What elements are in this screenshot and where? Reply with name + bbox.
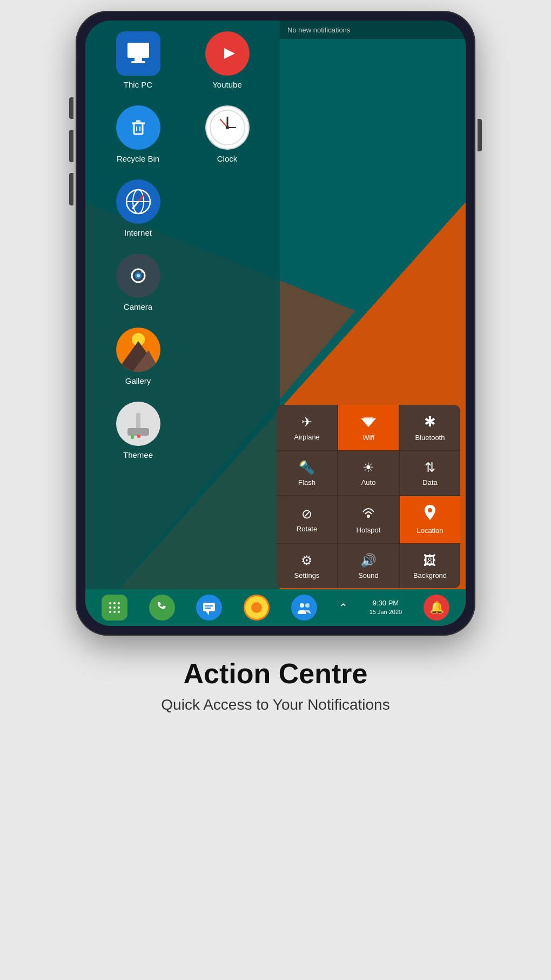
settings-label: Settings bbox=[294, 571, 320, 579]
quick-btn-bluetooth[interactable]: ✱ Bluetooth bbox=[400, 405, 460, 450]
svg-point-36 bbox=[109, 602, 111, 604]
data-icon: ⇅ bbox=[425, 460, 435, 475]
app-item-internet[interactable]: Internet bbox=[93, 179, 183, 237]
phone-wrapper: No new notifications bbox=[70, 11, 481, 636]
app-label-themee: Themee bbox=[123, 450, 153, 459]
sound-icon: 🔊 bbox=[360, 553, 377, 568]
notification-bar: No new notifications bbox=[280, 21, 466, 39]
svg-rect-31 bbox=[137, 435, 140, 438]
location-icon bbox=[424, 505, 436, 523]
wifi-label: Wifi bbox=[362, 434, 374, 442]
app-item-gallery[interactable]: Gallery bbox=[93, 328, 183, 385]
dock-dialer[interactable] bbox=[102, 595, 127, 621]
hotspot-label: Hotspot bbox=[357, 526, 381, 534]
background-icon: 🖼 bbox=[424, 553, 436, 568]
app-item-clock[interactable]: Clock bbox=[183, 105, 272, 163]
themee-icon bbox=[116, 402, 160, 446]
svg-point-23 bbox=[137, 274, 140, 277]
app-item-thicpc[interactable]: Thic PC bbox=[93, 31, 183, 89]
bluetooth-icon: ✱ bbox=[424, 414, 436, 430]
svg-rect-2 bbox=[127, 43, 149, 58]
svg-line-20 bbox=[133, 202, 138, 208]
svg-marker-46 bbox=[206, 611, 209, 615]
quick-btn-wifi[interactable]: Wifi bbox=[338, 405, 399, 450]
dock-phone[interactable] bbox=[149, 595, 175, 621]
settings-icon: ⚙ bbox=[301, 553, 313, 568]
quick-btn-location[interactable]: Location bbox=[400, 496, 460, 543]
youtube-icon bbox=[205, 31, 250, 76]
svg-rect-30 bbox=[131, 435, 134, 439]
auto-label: Auto bbox=[361, 478, 376, 486]
app-item-camera[interactable]: Camera bbox=[93, 254, 183, 311]
app-label-youtube: Youtube bbox=[212, 80, 242, 89]
svg-point-24 bbox=[141, 271, 143, 273]
quick-settings-panel: ✈ Airplane Wifi bbox=[277, 405, 460, 588]
gallery-icon bbox=[116, 328, 160, 372]
volume-up-button[interactable] bbox=[69, 130, 73, 162]
data-label: Data bbox=[422, 478, 437, 486]
background-label: Backgrond bbox=[413, 571, 447, 579]
notification-bell[interactable]: 🔔 bbox=[424, 595, 449, 621]
svg-point-39 bbox=[109, 606, 111, 609]
airplane-label: Airplane bbox=[294, 433, 320, 441]
quick-btn-hotspot[interactable]: Hotspot bbox=[338, 496, 399, 543]
svg-point-37 bbox=[113, 602, 116, 604]
quick-btn-flash[interactable]: 🔦 Flash bbox=[277, 451, 337, 495]
auto-icon: ☀ bbox=[362, 460, 374, 475]
chevron-up[interactable]: ⌃ bbox=[339, 601, 348, 614]
svg-point-41 bbox=[118, 606, 120, 609]
bluetooth-label: Bluetooth bbox=[415, 434, 445, 442]
quick-btn-airplane[interactable]: ✈ Airplane bbox=[277, 405, 337, 450]
svg-rect-3 bbox=[135, 58, 142, 61]
app-item-youtube[interactable]: Youtube bbox=[183, 31, 272, 89]
dock-circle[interactable] bbox=[244, 595, 270, 621]
volume-silent-button[interactable] bbox=[69, 97, 73, 119]
thicpc-icon bbox=[116, 31, 160, 76]
time-display: 9:30 PM 15 Jan 2020 bbox=[369, 599, 402, 616]
svg-point-35 bbox=[428, 508, 432, 512]
sound-label: Sound bbox=[358, 571, 379, 579]
dock-contacts[interactable] bbox=[291, 595, 317, 621]
notification-text: No new notifications bbox=[287, 26, 350, 34]
screen: No new notifications bbox=[85, 21, 466, 626]
camera-icon bbox=[116, 254, 160, 298]
quick-btn-sound[interactable]: 🔊 Sound bbox=[338, 544, 399, 588]
power-button[interactable] bbox=[478, 119, 482, 151]
action-title: Action Centre bbox=[161, 657, 389, 690]
app-label-camera: Camera bbox=[124, 302, 152, 311]
svg-rect-4 bbox=[131, 61, 145, 63]
airplane-icon: ✈ bbox=[301, 415, 312, 430]
svg-rect-29 bbox=[127, 428, 149, 436]
quick-btn-rotate[interactable]: ⊘ Rotate bbox=[277, 496, 337, 543]
app-item-recycle[interactable]: Recycle Bin bbox=[93, 105, 183, 163]
dock: ⌃ 9:30 PM 15 Jan 2020 🔔 bbox=[85, 589, 466, 626]
hotspot-icon bbox=[361, 505, 375, 523]
app-label-clock: Clock bbox=[217, 154, 238, 163]
rotate-label: Rotate bbox=[297, 525, 317, 533]
quick-btn-auto[interactable]: ☀ Auto bbox=[338, 451, 399, 495]
svg-point-40 bbox=[113, 606, 116, 609]
app-label-internet: Internet bbox=[124, 228, 152, 237]
bottom-section: Action Centre Quick Access to Your Notif… bbox=[139, 657, 411, 735]
flash-label: Flash bbox=[298, 478, 315, 486]
dock-messages[interactable] bbox=[196, 595, 222, 621]
quick-btn-data[interactable]: ⇅ Data bbox=[400, 451, 460, 495]
rotate-icon: ⊘ bbox=[301, 506, 312, 522]
svg-rect-28 bbox=[136, 413, 140, 429]
app-grid: Thic PC Youtube bbox=[85, 21, 280, 626]
flash-icon: 🔦 bbox=[299, 460, 315, 475]
svg-point-50 bbox=[305, 603, 310, 608]
wifi-icon bbox=[361, 414, 376, 430]
phone-inner: No new notifications bbox=[85, 21, 466, 626]
svg-point-38 bbox=[118, 602, 120, 604]
svg-point-15 bbox=[226, 126, 229, 129]
svg-point-49 bbox=[300, 603, 304, 608]
action-subtitle: Quick Access to Your Notifications bbox=[161, 696, 389, 714]
quick-btn-settings[interactable]: ⚙ Settings bbox=[277, 544, 337, 588]
quick-btn-background[interactable]: 🖼 Backgrond bbox=[400, 544, 460, 588]
clock-icon bbox=[205, 105, 250, 150]
app-label-gallery: Gallery bbox=[125, 376, 151, 385]
recycle-icon bbox=[116, 105, 160, 150]
volume-down-button[interactable] bbox=[69, 173, 73, 205]
app-item-themee[interactable]: Themee bbox=[93, 402, 183, 459]
